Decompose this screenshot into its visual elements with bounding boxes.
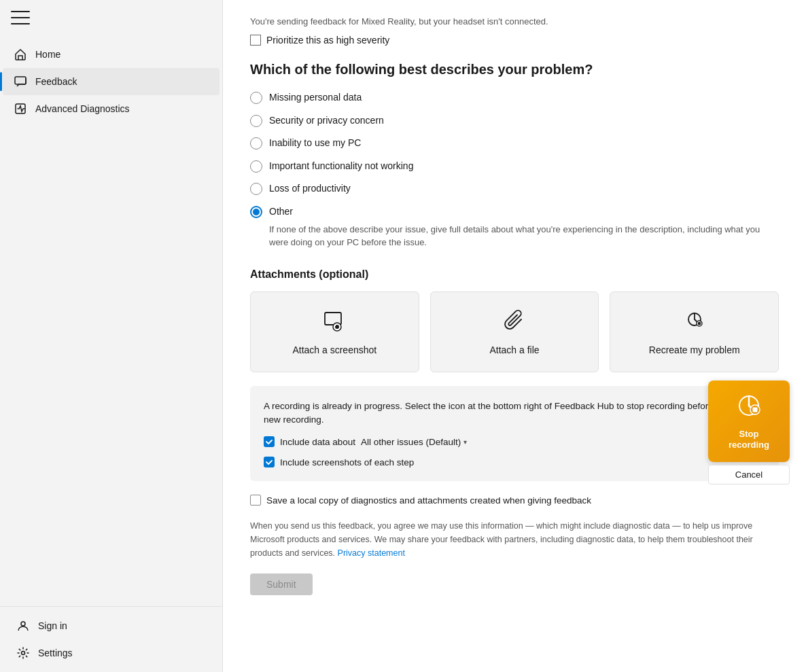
include-screenshots-checkbox[interactable]: [264, 457, 275, 467]
include-screenshots-label: Include screenshots of each step: [280, 457, 414, 467]
radio-item-inability-to-use[interactable]: Inability to use my PC: [250, 137, 779, 150]
attachments-heading: Attachments (optional): [250, 268, 779, 281]
svg-rect-0: [15, 77, 26, 84]
include-data-row: Include data about All other issues (Def…: [264, 436, 765, 447]
radio-item-functionality-not-working[interactable]: Important functionality not working: [250, 160, 779, 173]
radio-item-missing-personal-data[interactable]: Missing personal data: [250, 91, 779, 105]
legal-text-content: When you send us this feedback, you agre…: [250, 521, 753, 558]
problem-heading: Which of the following best describes yo…: [250, 62, 779, 77]
priority-row: Prioritize this as high severity: [250, 35, 779, 46]
sidebar-item-settings[interactable]: Settings: [5, 639, 217, 667]
svg-rect-12: [698, 322, 701, 325]
attach-file-card[interactable]: Attach a file: [430, 291, 599, 372]
include-data-dropdown[interactable]: All other issues (Default) ▾: [361, 437, 467, 447]
attach-screenshot-label: Attach a screenshot: [292, 344, 376, 355]
priority-label: Prioritize this as high severity: [266, 35, 389, 46]
svg-rect-17: [753, 407, 758, 412]
submit-button[interactable]: Submit: [250, 573, 313, 595]
save-local-checkbox[interactable]: [250, 495, 261, 506]
recreate-problem-card[interactable]: Recreate my problem: [610, 291, 779, 372]
top-notice: You're sending feedback for Mixed Realit…: [250, 16, 779, 26]
attachments-row: Attach a screenshot Attach a file Re: [250, 291, 779, 372]
radio-item-security-privacy[interactable]: Security or privacy concern: [250, 114, 779, 128]
radio-item-other[interactable]: Other If none of the above describe your…: [250, 205, 779, 249]
recording-wrapper: A recording is already in progress. Sele…: [250, 386, 779, 482]
recording-notice: A recording is already in progress. Sele…: [264, 400, 765, 427]
stop-recording-area: Stoprecording Cancel: [708, 381, 790, 484]
include-screenshots-row: Include screenshots of each step: [264, 457, 765, 467]
privacy-statement-link[interactable]: Privacy statement: [338, 548, 405, 558]
main-content: You're sending feedback for Mixed Realit…: [223, 0, 806, 672]
home-icon: [14, 48, 27, 61]
radio-circle-other[interactable]: [250, 206, 262, 218]
attach-screenshot-card[interactable]: Attach a screenshot: [250, 291, 419, 372]
screenshot-icon: [322, 308, 347, 336]
sidebar-item-home[interactable]: Home: [3, 41, 220, 68]
sidebar-item-sign-in-label: Sign in: [38, 620, 67, 631]
radio-circle-security-privacy[interactable]: [250, 115, 262, 127]
cancel-button[interactable]: Cancel: [708, 465, 790, 484]
radio-circle-loss-of-productivity[interactable]: [250, 183, 262, 195]
sidebar-item-home-label: Home: [35, 49, 60, 60]
legal-text: When you send us this feedback, you agre…: [250, 519, 779, 560]
feedback-icon: [14, 75, 27, 88]
recreate-icon: [682, 308, 707, 336]
attach-file-label: Attach a file: [489, 344, 539, 355]
radio-circle-inability-to-use[interactable]: [250, 137, 262, 149]
radio-label-security-privacy: Security or privacy concern: [269, 114, 384, 128]
radio-label-inability-to-use: Inability to use my PC: [269, 137, 361, 150]
sidebar-top: [0, 0, 222, 41]
recreate-problem-label: Recreate my problem: [649, 344, 740, 355]
save-local-label: Save a local copy of diagnostics and att…: [266, 495, 591, 506]
radio-item-loss-of-productivity[interactable]: Loss of productivity: [250, 182, 779, 196]
dropdown-arrow-icon: ▾: [463, 438, 467, 446]
sidebar-nav: Home Feedback Advanced Diagnostics: [0, 41, 222, 606]
radio-label-missing-personal-data: Missing personal data: [269, 91, 362, 105]
radio-group: Missing personal data Security or privac…: [250, 91, 779, 249]
include-data-label: Include data about: [280, 437, 355, 447]
sidebar-item-feedback-label: Feedback: [35, 76, 77, 87]
diagnostics-icon: [14, 102, 27, 116]
sidebar-item-advanced-diagnostics[interactable]: Advanced Diagnostics: [3, 95, 220, 122]
radio-circle-functionality-not-working[interactable]: [250, 160, 262, 173]
hamburger-menu[interactable]: [11, 11, 30, 24]
radio-description-other: If none of the above describe your issue…: [269, 223, 779, 249]
radio-circle-missing-personal-data[interactable]: [250, 92, 262, 104]
recording-section: A recording is already in progress. Sele…: [250, 386, 779, 482]
include-data-value: All other issues (Default): [361, 437, 461, 447]
radio-label-functionality-not-working: Important functionality not working: [269, 160, 413, 173]
save-local-row: Save a local copy of diagnostics and att…: [250, 495, 779, 506]
sidebar-item-sign-in[interactable]: Sign in: [5, 612, 217, 639]
svg-point-2: [21, 622, 25, 626]
sign-in-icon: [16, 619, 30, 633]
radio-label-other: Other: [269, 206, 293, 217]
sidebar-bottom: Sign in Settings: [0, 606, 222, 672]
sidebar: Home Feedback Advanced Diagnostics: [0, 0, 223, 672]
stop-recording-button[interactable]: Stoprecording: [708, 381, 790, 462]
sidebar-item-feedback[interactable]: Feedback: [3, 68, 220, 95]
radio-other-content: Other If none of the above describe your…: [269, 205, 779, 249]
radio-label-loss-of-productivity: Loss of productivity: [269, 182, 351, 196]
stop-recording-label: Stoprecording: [729, 429, 769, 450]
stop-recording-icon: [735, 392, 763, 425]
include-data-checkbox[interactable]: [264, 436, 275, 447]
sidebar-item-settings-label: Settings: [38, 648, 73, 658]
priority-checkbox[interactable]: [250, 35, 261, 46]
settings-icon: [16, 646, 30, 660]
sidebar-item-advanced-diagnostics-label: Advanced Diagnostics: [35, 103, 130, 114]
svg-rect-7: [334, 325, 336, 326]
attach-file-icon: [502, 308, 527, 336]
svg-point-3: [22, 652, 25, 655]
